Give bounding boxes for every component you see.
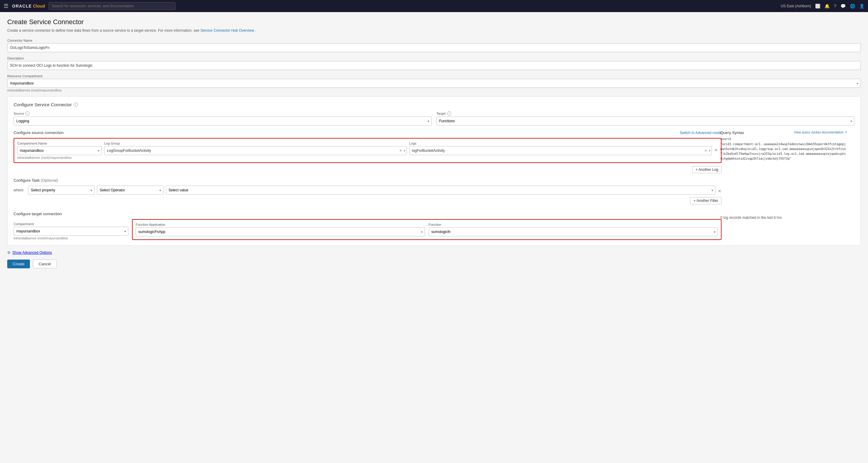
log-group-input[interactable]: LogGroupForBucketActivity ✕ ▾ bbox=[104, 146, 407, 155]
function-application-col: Function Application sumologicFnApp bbox=[135, 223, 425, 236]
where-label: where bbox=[13, 188, 26, 192]
target-connection-row: Compartment mayursandbox intrandalbarnes… bbox=[13, 219, 721, 240]
resource-compartment-hint: intrandalbarnes (root)/mayursandbox bbox=[7, 89, 861, 92]
function-application-select-wrap: sumologicFnApp bbox=[135, 227, 425, 236]
topnav-right-icons: US East (Ashburn) ⬜ 🔔 ? 💬 🌐 👤 bbox=[781, 4, 864, 8]
log-records-status: 0 log records matched in the last 6 hrs bbox=[720, 216, 847, 220]
help-icon[interactable]: ? bbox=[834, 4, 836, 8]
operator-select[interactable]: Select Operator bbox=[97, 186, 163, 195]
advanced-opts-icon: ⚙ bbox=[7, 251, 10, 255]
target-select[interactable]: Functions bbox=[436, 117, 855, 126]
target-compartment-select[interactable]: mayursandbox bbox=[13, 227, 128, 236]
show-advanced-link[interactable]: Show Advanced Options bbox=[12, 251, 52, 255]
service-connector-hub-link[interactable]: Service Connector Hub Overview bbox=[200, 28, 254, 33]
chat-icon[interactable]: 💬 bbox=[840, 4, 846, 8]
another-log-wrap: + Another Log bbox=[13, 166, 721, 173]
hamburger-menu[interactable]: ☰ bbox=[4, 3, 8, 9]
another-log-button[interactable]: + Another Log bbox=[692, 166, 721, 173]
log-group-col: Log Group LogGroupForBucketActivity ✕ ▾ bbox=[104, 141, 407, 155]
description-input[interactable] bbox=[7, 61, 861, 70]
oracle-text: ORACLE bbox=[12, 4, 32, 8]
connector-name-label: Connector Name bbox=[7, 39, 861, 42]
log-group-clear-btn[interactable]: ✕ bbox=[399, 149, 403, 153]
log-row-remove-btn[interactable]: ✕ bbox=[714, 147, 718, 153]
value-select-wrap: Select value bbox=[166, 186, 715, 195]
resource-compartment-group: Resource Compartment mayursandbox intran… bbox=[7, 74, 861, 92]
function-application-label: Function Application bbox=[135, 223, 425, 226]
filter-row: where Select property bbox=[13, 186, 721, 195]
source-select[interactable]: Logging bbox=[13, 117, 432, 126]
function-application-select[interactable]: sumologicFnApp bbox=[135, 227, 425, 236]
view-query-link[interactable]: View query syntax documentation ↗ bbox=[794, 130, 847, 135]
log-group-dropdown-btn[interactable]: ▾ bbox=[404, 149, 405, 153]
source-label: Source i bbox=[13, 111, 432, 115]
value-col: Select value bbox=[166, 186, 715, 195]
source-select-wrap: Logging bbox=[13, 117, 432, 126]
function-col: Function sumologicfn bbox=[429, 223, 718, 236]
configure-info-icon[interactable]: i bbox=[74, 103, 78, 107]
target-compartment-label: Compartment bbox=[13, 222, 128, 226]
target-select-wrap: Functions bbox=[436, 117, 855, 126]
source-left-content: Configure source connection Switch to Ad… bbox=[13, 130, 721, 240]
target-label: Target i bbox=[436, 111, 855, 115]
query-syntax-title: Query Syntax View query syntax documenta… bbox=[720, 130, 847, 135]
description-label: Description bbox=[7, 57, 861, 60]
user-icon[interactable]: 👤 bbox=[859, 4, 864, 8]
logs-clear-btn[interactable]: ✕ bbox=[704, 149, 708, 153]
description-group: Description bbox=[7, 57, 861, 70]
compartment-name-select[interactable]: mayursandbox bbox=[17, 146, 102, 155]
target-compartment-col: Compartment mayursandbox intrandalbarnes… bbox=[13, 222, 128, 240]
page-title: Create Service Connector bbox=[7, 18, 861, 26]
configure-service-connector-panel: Configure Service Connector i Source i L… bbox=[7, 96, 861, 246]
configure-target-section: Configure target connection Compartment … bbox=[13, 211, 721, 240]
action-buttons: Create Cancel bbox=[7, 260, 861, 268]
another-filter-button[interactable]: + Another Filter bbox=[690, 197, 721, 204]
target-box: Target i Functions bbox=[436, 111, 855, 126]
global-search-input[interactable] bbox=[49, 2, 176, 10]
configure-target-title: Configure target connection bbox=[13, 211, 721, 216]
logs-input[interactable]: logForBucketActivity ✕ ▾ bbox=[409, 146, 712, 155]
region-selector[interactable]: US East (Ashburn) bbox=[781, 4, 811, 8]
logs-col: Logs logForBucketActivity ✕ ▾ bbox=[409, 141, 712, 155]
switch-to-advanced-link[interactable]: Switch to Advanced mode bbox=[680, 131, 721, 135]
target-compartment-hint: intrandalbarnes (root)/mayursandbox bbox=[13, 236, 128, 240]
show-advanced-options[interactable]: ⚙ Show Advanced Options bbox=[7, 251, 861, 255]
property-col: Select property bbox=[28, 186, 95, 195]
source-query-wrap: Configure source connection Switch to Ad… bbox=[13, 130, 855, 240]
configure-panel-title: Configure Service Connector i bbox=[13, 102, 855, 107]
log-group-label: Log Group bbox=[104, 141, 407, 145]
property-select[interactable]: Select property bbox=[28, 186, 95, 195]
target-info-icon[interactable]: i bbox=[447, 111, 451, 115]
page-subtitle: Create a service connector to define how… bbox=[7, 28, 861, 33]
function-select[interactable]: sumologicfn bbox=[429, 227, 718, 236]
configure-task-title: Configure Task (Optional) bbox=[13, 178, 721, 183]
resource-compartment-label: Resource Compartment bbox=[7, 74, 861, 78]
logs-label: Logs bbox=[409, 141, 712, 145]
cloud-text: Cloud bbox=[33, 4, 45, 8]
cancel-button[interactable]: Cancel bbox=[33, 260, 57, 268]
source-info-icon[interactable]: i bbox=[25, 111, 30, 115]
function-highlighted-group: Function Application sumologicFnApp Func… bbox=[132, 219, 721, 240]
logs-dropdown-btn[interactable]: ▾ bbox=[709, 149, 710, 153]
resource-compartment-select[interactable]: mayursandbox bbox=[7, 79, 861, 88]
another-filter-wrap: + Another Filter bbox=[13, 197, 721, 207]
configure-task-title-text: Configure Task (Optional) bbox=[13, 178, 58, 183]
create-button[interactable]: Create bbox=[7, 260, 30, 268]
target-compartment-select-wrap: mayursandbox bbox=[13, 227, 128, 236]
configure-source-section: Configure source connection Switch to Ad… bbox=[13, 130, 721, 135]
source-box: Source i Logging bbox=[13, 111, 432, 126]
operator-select-wrap: Select Operator bbox=[97, 186, 163, 195]
connector-name-input[interactable] bbox=[7, 43, 861, 52]
oracle-logo: ORACLE Cloud bbox=[12, 4, 45, 8]
value-select[interactable]: Select value bbox=[166, 186, 715, 195]
compartment-name-hint: intrandalbarnes (root)/mayursandbox bbox=[17, 156, 102, 159]
globe-icon[interactable]: 🌐 bbox=[850, 4, 855, 8]
main-content: Create Service Connector Create a servic… bbox=[0, 12, 868, 274]
logs-value: logForBucketActivity bbox=[411, 148, 703, 153]
compartment-name-label: Compartment Name bbox=[17, 141, 102, 145]
terminal-icon[interactable]: ⬜ bbox=[815, 4, 820, 8]
property-select-wrap: Select property bbox=[28, 186, 95, 195]
compartment-col: Compartment Name mayursandbox intrandalb… bbox=[17, 141, 102, 159]
query-code-block: search "ocid1.compartment.oc1..aaaaaaa2z… bbox=[720, 137, 847, 161]
bell-icon[interactable]: 🔔 bbox=[825, 4, 830, 8]
